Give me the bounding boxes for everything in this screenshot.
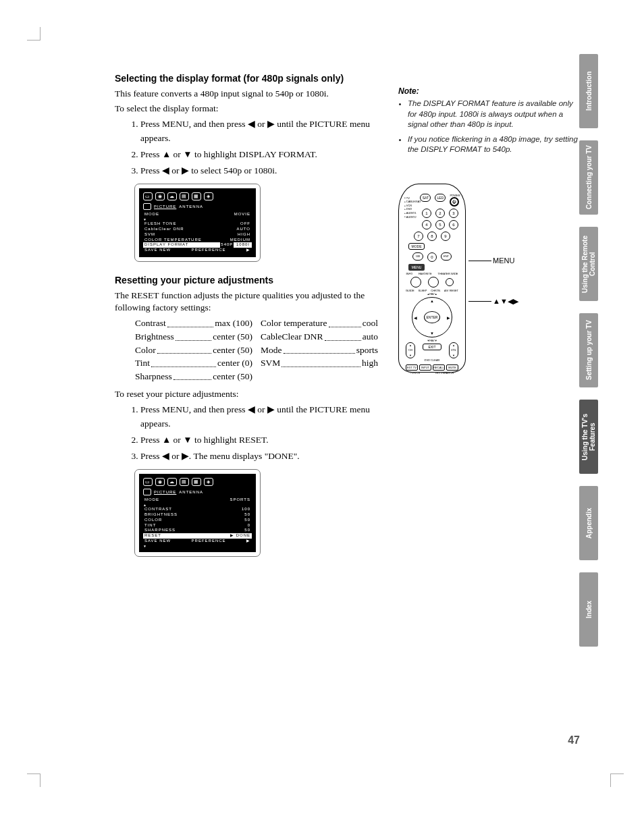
osd-row: SVMHIGH [143, 232, 252, 238]
num-button: 7 [414, 232, 423, 241]
osd-row-selected: DISPLAY FORMAT 540P 1080I [143, 242, 252, 248]
callout-arrows: ▲▼◀▶ [493, 297, 518, 306]
num-button: 4 [422, 220, 431, 229]
osd-tab-icon: ▭ [143, 478, 153, 486]
tab-index[interactable]: Index [579, 572, 598, 647]
table-row: Contrastmax (100) [135, 317, 252, 330]
step: Press MENU, and then press ◀ or ▶ until … [140, 403, 378, 431]
side-column: Note: The DISPLAY FORMAT feature is avai… [398, 86, 581, 373]
tab-features[interactable]: Using the TV's Features [579, 400, 598, 474]
table-row: Tintcenter (0) [135, 356, 252, 370]
intro-text: To select the display format: [115, 103, 378, 115]
remote-illustration: TVCABLE/SATVCR DVDAUDIO1AUDIO2 SAT LED P… [398, 184, 513, 373]
down-arrow-icon: ▼ [430, 331, 434, 335]
osd-row: CableClear DNRAUTO [143, 227, 252, 232]
led-button: LED [435, 194, 446, 202]
fav-row [407, 277, 457, 288]
crop-mark [27, 27, 41, 40]
osd-row: CONTRAST100 [143, 507, 252, 512]
note-list: The DISPLAY FORMAT feature is available … [408, 99, 581, 155]
osd-row: TINT0 [143, 523, 252, 528]
step: Press ◀ or ▶. The menu displays "DONE". [140, 450, 378, 463]
nav-ring: ▲ ▼ ◀ ▶ ENTER [412, 297, 452, 337]
tab-introduction[interactable]: Introduction [579, 54, 598, 128]
table-row: Colorcenter (50) [135, 344, 252, 357]
osd-tab-icon: ▦ [192, 192, 201, 200]
intro-text: To reset your picture adjustments: [115, 388, 378, 400]
num-button: 3 [449, 209, 458, 218]
osd-reset-menu: ▭ ◉ ☁ ▤ ▦ ◈ PICTURE ANTENNA MODESPORTS ▲… [135, 470, 260, 555]
source-labels: TVCABLE/SATVCR DVDAUDIO1AUDIO2 [404, 196, 427, 219]
num-button: 6 [449, 220, 458, 229]
num-button: 5 [435, 220, 445, 229]
num-button: 9 [441, 232, 450, 241]
note-heading: Note: [398, 86, 581, 96]
step: Press ▲ or ▼ to highlight DISPLAY FORMAT… [140, 148, 378, 161]
osd-footer: SAVE NEWPREFERENCE▶ [143, 539, 252, 544]
fav-button [446, 278, 454, 286]
step: Press ▲ or ▼ to highlight RESET. [140, 433, 378, 447]
tab-setting-up[interactable]: Setting up your TV [579, 313, 598, 387]
note-item: The DISPLAY FORMAT feature is available … [408, 99, 581, 130]
num-button: 0 [427, 252, 437, 262]
fav-button [410, 277, 421, 288]
heading-reset: Resetting your picture adjustments [115, 275, 378, 286]
tab-remote[interactable]: Using the Remote Control [579, 227, 598, 301]
osd-tab-icon: ◉ [155, 478, 165, 486]
osd-row: MODEMOVIE [143, 212, 252, 217]
exit-button: EXIT [423, 344, 441, 350]
osd-title: PICTURE ANTENNA [143, 203, 252, 210]
dvdclear-label: DVD CLEAR [403, 358, 461, 362]
step: Press ◀ or ▶ to select 540p or 1080i. [140, 164, 378, 178]
bottom-labels: TV/VCRTEXT/SEARCH [403, 371, 461, 375]
osd-tab-icon: ▭ [143, 192, 153, 200]
osd-tab-icon: ▦ [192, 478, 201, 486]
right-arrow-icon: ▶ [447, 315, 450, 319]
enter-button: ENTER [424, 311, 440, 323]
tv-icon [143, 489, 151, 495]
bottom-row: EXT TVINPUTRECALLMUTE [406, 364, 458, 371]
crop-mark [610, 774, 624, 787]
tab-connecting[interactable]: Connecting your TV [579, 140, 598, 215]
steps-list: Press MENU, and then press ◀ or ▶ until … [140, 403, 378, 463]
osd-icon-row: ▭ ◉ ☁ ▤ ▦ ◈ [143, 478, 252, 486]
osd-tab-icon: ◈ [204, 192, 213, 200]
osd-tab-icon: ☁ [167, 192, 177, 200]
page-number: 47 [568, 734, 580, 747]
osd-tab-icon: ▤ [180, 192, 189, 200]
reset-defaults-table: Contrastmax (100) Brightnesscenter (50) … [135, 317, 378, 383]
left-arrow-icon: ◀ [414, 315, 417, 319]
fav-button [428, 277, 439, 288]
step: Press MENU, and then press ◀ or ▶ until … [140, 117, 378, 145]
osd-tab-icon: ◈ [204, 478, 213, 486]
osd-row: COLOR50 [143, 518, 252, 523]
heading-display-format: Selecting the display format (for 480p s… [115, 73, 378, 84]
remote-body: TVCABLE/SATVCR DVDAUDIO1AUDIO2 SAT LED P… [398, 184, 466, 373]
tab-appendix[interactable]: Appendix [579, 486, 598, 560]
osd-row: COLOR TEMPERATUREMEDIUM [143, 238, 252, 243]
table-row: CableClear DNRauto [261, 330, 378, 344]
vol-rocker: ▲VOL▼ [449, 342, 458, 358]
osd-picture-menu: ▭ ◉ ☁ ▤ ▦ ◈ PICTURE ANTENNA MODEMOVIE ▼ … [135, 184, 260, 261]
tv-icon [143, 203, 151, 210]
main-column: Selecting the display format (for 480p s… [115, 73, 378, 570]
menu-button: MENU [408, 264, 425, 271]
note-item: If you notice flickering in a 480p image… [408, 134, 581, 155]
intro-text: This feature converts a 480p input signa… [115, 88, 378, 100]
osd-title: PICTURE ANTENNA [143, 489, 252, 495]
label-row: GUIDESLEEPCHRTNA/V RESET [403, 289, 461, 292]
num-button: 8 [427, 232, 437, 241]
up-arrow-icon: ▲ [430, 299, 434, 303]
callout-menu: MENU [493, 256, 514, 265]
osd-row: MODESPORTS [143, 497, 252, 503]
osd-row: SHARPNESS50 [143, 528, 252, 533]
intro-text: The RESET function adjusts the picture q… [115, 290, 378, 314]
num-button: 2 [435, 209, 445, 218]
table-row: Modesports [261, 344, 378, 357]
mode-button: MODE [408, 243, 425, 250]
table-row: SVMhigh [261, 356, 378, 370]
osd-tab-icon: ▤ [180, 478, 189, 486]
osd-tab-icon: ☁ [167, 478, 177, 486]
label-row: INFOFAVORITETHEATER WIDE [403, 272, 461, 275]
osd-icon-row: ▭ ◉ ☁ ▤ ▦ ◈ [143, 192, 252, 200]
